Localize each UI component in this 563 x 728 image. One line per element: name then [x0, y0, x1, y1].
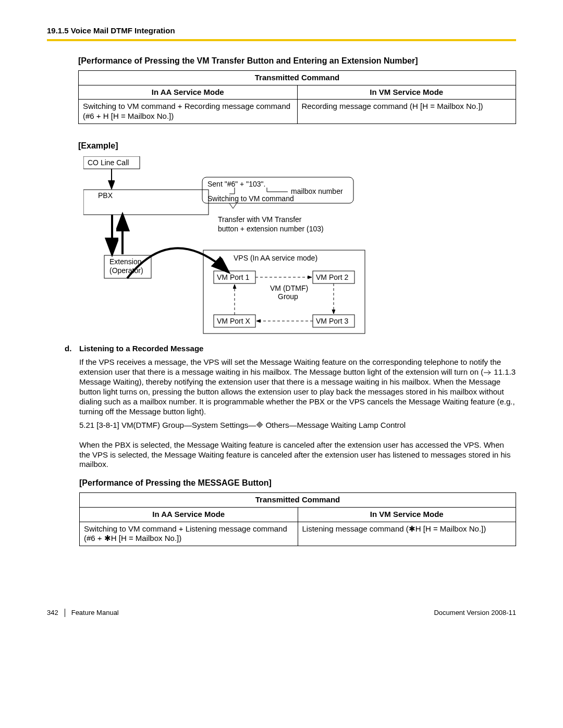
th-vm-mode: In VM Service Mode — [297, 85, 516, 100]
th-aa-mode-2: In AA Service Mode — [80, 507, 298, 522]
diamond-icon — [256, 421, 263, 431]
speech-tail — [229, 203, 237, 208]
vm-port-3-label: VM Port 3 — [316, 317, 348, 325]
table-transmitted-command-2: Transmitted Command In AA Service Mode I… — [79, 492, 516, 546]
list-item-d: d. Listening to a Recorded Message If th… — [65, 344, 516, 547]
item-d-paragraph-3: When the PBX is selected, the Message Wa… — [79, 440, 516, 470]
page-section-header: 19.1.5 Voice Mail DTMF Integration — [47, 26, 516, 36]
th-transmitted: Transmitted Command — [79, 70, 516, 85]
page-footer: 342 Feature Manual Document Version 2008… — [47, 609, 516, 617]
table-row: In AA Service Mode In VM Service Mode — [80, 507, 516, 522]
pbx-label: PBX — [98, 191, 113, 200]
table-row: Transmitted Command — [79, 70, 516, 85]
p1-part-a: If the VPS receives a message, the VPS w… — [79, 357, 501, 376]
mailbox-number-label: mailbox number — [291, 187, 343, 195]
th-aa-mode: In AA Service Mode — [79, 85, 298, 100]
co-line-label: CO Line Call — [88, 158, 129, 167]
page-number: 342 — [47, 609, 65, 617]
page: 19.1.5 Voice Mail DTMF Integration [Perf… — [0, 0, 563, 638]
extension-label-1: Extension — [109, 257, 141, 266]
p2-part-a: 5.21 [3-8-1] VM(DTMF) Group—System Setti… — [79, 421, 256, 429]
p2-part-b: Others—Message Waiting Lamp Control — [263, 421, 406, 429]
right-arrow-icon — [483, 368, 492, 378]
td-aa-mode: Switching to VM command + Recording mess… — [79, 100, 298, 124]
td-aa-mode-2: Switching to VM command + Listening mess… — [80, 522, 298, 546]
switching-vm-label: Switching to VM command — [207, 194, 294, 203]
table-row: In AA Service Mode In VM Service Mode — [79, 85, 516, 100]
vps-title: VPS (In AA service mode) — [234, 254, 317, 262]
item-d-heading: Listening to a Recorded Message — [79, 344, 203, 353]
diagram-svg: CO Line Call PBX Extension (Operator) Se… — [83, 156, 427, 336]
transfer-line-2: button + extension number (103) — [218, 225, 324, 233]
vm-port-2-label: VM Port 2 — [316, 273, 348, 281]
footer-version: Document Version 2008-11 — [434, 609, 516, 617]
table-row: Switching to VM command + Listening mess… — [80, 522, 516, 546]
content: [Performance of Pressing the VM Transfer… — [78, 56, 516, 546]
transfer-line-1: Transfer with VM Transfer — [218, 215, 302, 224]
list-marker: d. — [65, 344, 74, 547]
svg-rect-1 — [257, 422, 263, 427]
example-heading: [Example] — [78, 141, 516, 151]
section2-title: [Performance of Pressing the MESSAGE But… — [79, 478, 516, 488]
item-d-paragraph-1: If the VPS receives a message, the VPS w… — [79, 357, 516, 416]
vm-port-x-label: VM Port X — [217, 317, 250, 325]
table-row: Transmitted Command — [80, 493, 516, 508]
td-vm-mode-2: Listening message command (✱H [H = Mailb… — [298, 522, 516, 546]
td-vm-mode: Recording message command (H [H = Mailbo… — [297, 100, 516, 124]
th-transmitted-2: Transmitted Command — [80, 493, 516, 508]
table-transmitted-command-1: Transmitted Command In AA Service Mode I… — [78, 70, 516, 124]
vm-dtmf-line2: Group — [278, 292, 298, 301]
example-diagram: CO Line Call PBX Extension (Operator) Se… — [83, 156, 516, 339]
th-vm-mode-2: In VM Service Mode — [298, 507, 516, 522]
vm-dtmf-line1: VM (DTMF) — [270, 284, 308, 292]
footer-title: Feature Manual — [65, 609, 434, 617]
table-row: Switching to VM command + Recording mess… — [79, 100, 516, 124]
section1-title: [Performance of Pressing the VM Transfer… — [78, 56, 516, 66]
sent-text: Sent "#6" + "103". — [207, 180, 265, 188]
item-d-paragraph-2: 5.21 [3-8-1] VM(DTMF) Group—System Setti… — [79, 421, 516, 430]
yellow-divider — [47, 39, 516, 41]
vm-port-1-label: VM Port 1 — [217, 273, 249, 281]
